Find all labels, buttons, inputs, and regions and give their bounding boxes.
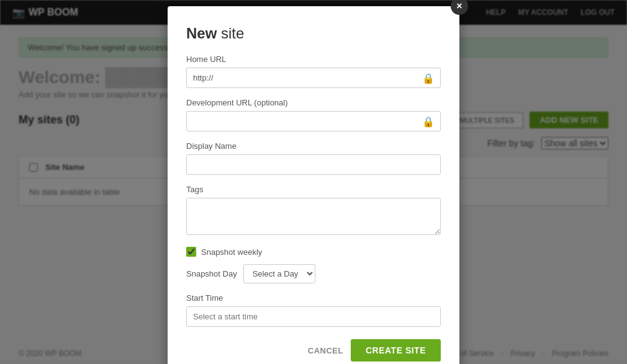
snapshot-day-select[interactable]: Select a Day Monday Tuesday Wednesday Th… [243, 264, 315, 283]
snapshot-weekly-row: Snapshot weekly [186, 247, 441, 257]
tags-group: Tags [186, 185, 441, 237]
snapshot-weekly-label: Snapshot weekly [201, 247, 262, 257]
snapshot-day-label: Snapshot Day [186, 269, 237, 278]
create-site-button[interactable]: CREATE SITE [351, 339, 441, 362]
tags-input[interactable] [186, 198, 441, 235]
display-name-group: Display Name [186, 141, 441, 175]
display-name-input[interactable] [186, 154, 441, 175]
modal-overlay: × New site Home URL 🔒 Development URL (o… [0, 0, 627, 364]
display-name-label: Display Name [186, 141, 441, 151]
lock-icon-dev: 🔒 [422, 115, 435, 127]
home-url-wrapper: 🔒 [186, 68, 441, 88]
dev-url-group: Development URL (optional) 🔒 [186, 98, 441, 131]
cancel-button[interactable]: CANCEL [308, 346, 343, 355]
home-url-label: Home URL [186, 55, 441, 64]
new-site-modal: × New site Home URL 🔒 Development URL (o… [168, 6, 459, 364]
modal-close-button[interactable]: × [451, 0, 468, 15]
modal-footer: CANCEL CREATE SITE [186, 339, 441, 362]
dev-url-wrapper: 🔒 [186, 111, 441, 131]
home-url-group: Home URL 🔒 [186, 55, 441, 88]
start-time-group: Start Time [186, 293, 441, 327]
start-time-label: Start Time [186, 293, 441, 303]
tags-label: Tags [186, 185, 441, 194]
dev-url-label: Development URL (optional) [186, 98, 441, 107]
home-url-input[interactable] [186, 68, 441, 88]
modal-title: New site [186, 25, 441, 42]
start-time-input[interactable] [186, 306, 441, 327]
lock-icon: 🔒 [422, 72, 435, 84]
snapshot-day-row: Snapshot Day Select a Day Monday Tuesday… [186, 264, 441, 283]
snapshot-weekly-checkbox[interactable] [186, 247, 196, 257]
close-icon: × [456, 1, 462, 12]
dev-url-input[interactable] [186, 111, 441, 131]
